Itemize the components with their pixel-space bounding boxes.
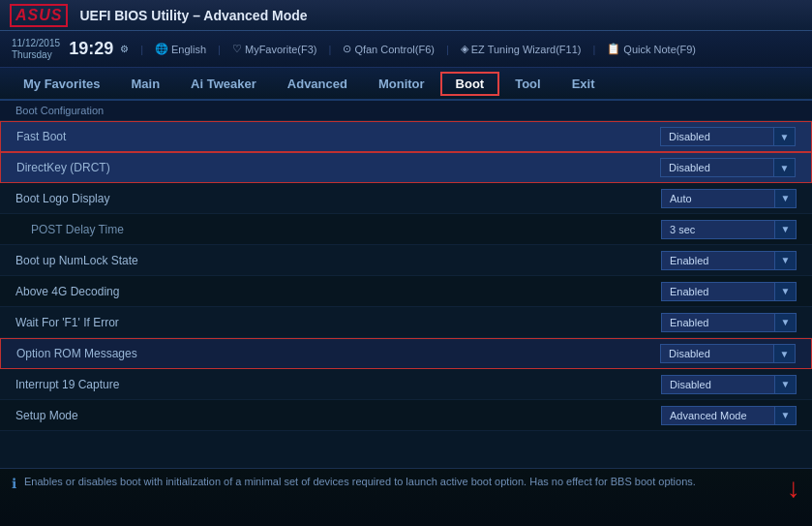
numlock-label: Boot up NumLock State [15, 254, 661, 267]
toolbar: 11/12/2015 Thursday 19:29 ⚙ | 🌐 English … [0, 31, 812, 68]
boot-logo-value[interactable]: Auto ▼ [661, 189, 797, 208]
qfan-label: Qfan Control(F6) [354, 44, 435, 55]
nav-item-main[interactable]: Main [115, 71, 175, 97]
nav-item-exit[interactable]: Exit [556, 71, 611, 97]
boot-logo-label: Boot Logo Display [15, 192, 661, 205]
note-icon: 📋 [607, 43, 620, 55]
setup-mode-dropdown-arrow: ▼ [774, 407, 796, 424]
interrupt19-label: Interrupt 19 Capture [15, 378, 661, 391]
post-delay-dropdown-arrow: ▼ [774, 221, 796, 238]
numlock-dropdown-value: Enabled [670, 255, 708, 266]
waitf1-dropdown-arrow: ▼ [774, 314, 796, 331]
fast-boot-row[interactable]: Fast Boot Disabled ▼ [0, 121, 812, 152]
waitf1-dropdown[interactable]: Enabled ▼ [661, 313, 797, 332]
waitf1-label: Wait For 'F1' If Error [15, 316, 661, 329]
waitf1-dropdown-value: Enabled [670, 317, 708, 328]
option-rom-dropdown-value: Disabled [669, 348, 710, 359]
above4g-label: Above 4G Decoding [15, 285, 661, 298]
language-selector[interactable]: 🌐 English [151, 41, 210, 57]
directkey-label: DirectKey (DRCT) [16, 161, 660, 174]
globe-icon: 🌐 [155, 43, 168, 55]
boot-logo-dropdown[interactable]: Auto ▼ [661, 189, 797, 208]
interrupt19-dropdown[interactable]: Disabled ▼ [661, 375, 797, 394]
above4g-row[interactable]: Above 4G Decoding Enabled ▼ [0, 276, 812, 307]
directkey-value[interactable]: Disabled ▼ [660, 158, 796, 177]
nav-item-monitor[interactable]: Monitor [363, 71, 440, 97]
numlock-row[interactable]: Boot up NumLock State Enabled ▼ [0, 245, 812, 276]
section-header: Boot Configuration [0, 101, 812, 121]
nav-item-favorites[interactable]: My Favorites [8, 71, 115, 97]
myfavorite-label: MyFavorite(F3) [245, 44, 317, 55]
directkey-dropdown[interactable]: Disabled ▼ [660, 158, 796, 177]
nav-item-advanced[interactable]: Advanced [272, 71, 363, 97]
red-down-arrow: ↓ [787, 475, 800, 502]
setup-mode-value[interactable]: Advanced Mode ▼ [661, 406, 797, 425]
setup-mode-dropdown-value: Advanced Mode [670, 410, 747, 421]
time-label: 19:29 [69, 39, 113, 59]
option-rom-label: Option ROM Messages [16, 347, 660, 360]
numlock-dropdown[interactable]: Enabled ▼ [661, 251, 797, 270]
quicknote-button[interactable]: 📋 Quick Note(F9) [603, 41, 700, 57]
nav-item-tool[interactable]: Tool [499, 71, 556, 97]
nav-item-aitweaker[interactable]: Ai Tweaker [175, 71, 272, 97]
setup-mode-label: Setup Mode [15, 409, 661, 422]
qfan-button[interactable]: ⊙ Qfan Control(F6) [339, 41, 438, 57]
above4g-dropdown-value: Enabled [670, 286, 708, 297]
datetime-display: 11/12/2015 Thursday 19:29 ⚙ [8, 36, 133, 63]
waitf1-value[interactable]: Enabled ▼ [661, 313, 797, 332]
wand-icon: ◈ [461, 43, 468, 55]
info-icon: ℹ [12, 476, 16, 491]
boot-logo-dropdown-value: Auto [670, 193, 692, 204]
setup-mode-row[interactable]: Setup Mode Advanced Mode ▼ [0, 400, 812, 431]
directkey-dropdown-arrow: ▼ [773, 159, 795, 176]
nav-item-boot[interactable]: Boot [440, 72, 500, 96]
setup-mode-dropdown[interactable]: Advanced Mode ▼ [661, 406, 797, 425]
directkey-row[interactable]: DirectKey (DRCT) Disabled ▼ [0, 152, 812, 183]
boot-logo-row[interactable]: Boot Logo Display Auto ▼ [0, 183, 812, 214]
myfavorite-button[interactable]: ♡ MyFavorite(F3) [228, 41, 321, 57]
fast-boot-label: Fast Boot [16, 130, 660, 143]
fast-boot-value[interactable]: Disabled ▼ [660, 127, 796, 146]
section-label: Boot Configuration [15, 105, 104, 116]
above4g-dropdown-arrow: ▼ [774, 283, 796, 300]
post-delay-dropdown[interactable]: 3 sec ▼ [661, 220, 797, 239]
settings-icon[interactable]: ⚙ [120, 44, 129, 54]
main-content: Boot Configuration Fast Boot Disabled ▼ … [0, 101, 812, 526]
post-delay-dropdown-value: 3 sec [670, 224, 695, 235]
post-delay-value[interactable]: 3 sec ▼ [661, 220, 797, 239]
settings-area: Fast Boot Disabled ▼ DirectKey (DRCT) Di… [0, 121, 812, 468]
option-rom-row[interactable]: Option ROM Messages Disabled ▼ [0, 338, 812, 369]
fast-boot-dropdown[interactable]: Disabled ▼ [660, 127, 796, 146]
interrupt19-dropdown-value: Disabled [670, 379, 711, 390]
eztuning-label: EZ Tuning Wizard(F11) [471, 44, 582, 55]
date-label: 11/12/2015 [12, 38, 60, 49]
numlock-value[interactable]: Enabled ▼ [661, 251, 797, 270]
day-label: Thursday [12, 49, 60, 61]
boot-logo-dropdown-arrow: ▼ [774, 190, 796, 207]
directkey-dropdown-value: Disabled [669, 162, 710, 173]
fan-icon: ⊙ [343, 43, 351, 55]
language-label: English [171, 44, 206, 55]
interrupt19-row[interactable]: Interrupt 19 Capture Disabled ▼ [0, 369, 812, 400]
header-title: UEFI BIOS Utility – Advanced Mode [79, 8, 802, 23]
numlock-dropdown-arrow: ▼ [774, 252, 796, 269]
interrupt19-value[interactable]: Disabled ▼ [661, 375, 797, 394]
header-bar: ASUS UEFI BIOS Utility – Advanced Mode [0, 0, 812, 31]
post-delay-label: POST Delay Time [15, 223, 661, 236]
above4g-value[interactable]: Enabled ▼ [661, 282, 797, 301]
fast-boot-dropdown-arrow: ▼ [773, 128, 795, 145]
option-rom-dropdown[interactable]: Disabled ▼ [660, 344, 796, 363]
fast-boot-dropdown-value: Disabled [669, 131, 710, 142]
status-description: Enables or disables boot with initializa… [24, 475, 779, 489]
waitf1-row[interactable]: Wait For 'F1' If Error Enabled ▼ [0, 307, 812, 338]
asus-logo: ASUS [10, 4, 68, 27]
post-delay-row[interactable]: POST Delay Time 3 sec ▼ [0, 214, 812, 245]
interrupt19-dropdown-arrow: ▼ [774, 376, 796, 393]
heart-icon: ♡ [232, 43, 242, 55]
above4g-dropdown[interactable]: Enabled ▼ [661, 282, 797, 301]
option-rom-value[interactable]: Disabled ▼ [660, 344, 796, 363]
option-rom-dropdown-arrow: ▼ [773, 345, 795, 362]
status-bar: ℹ Enables or disables boot with initiali… [0, 468, 812, 526]
quicknote-label: Quick Note(F9) [623, 44, 696, 55]
eztuning-button[interactable]: ◈ EZ Tuning Wizard(F11) [457, 41, 586, 57]
